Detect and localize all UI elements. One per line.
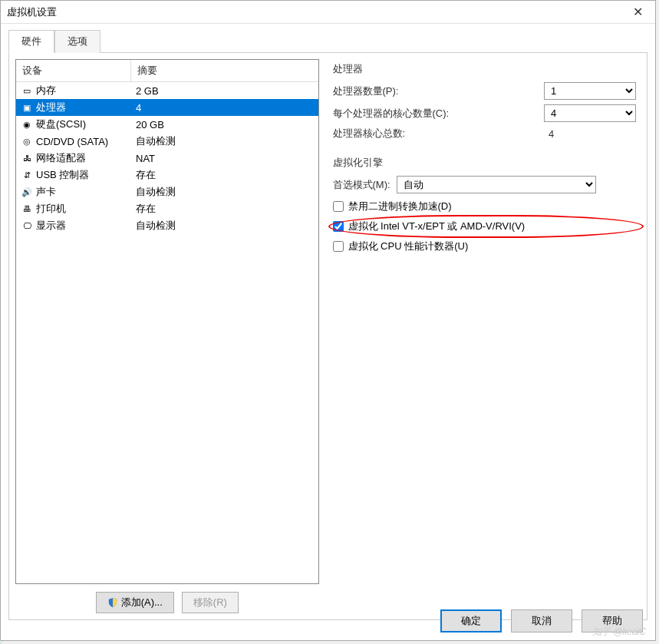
hardware-list[interactable]: 设备 摘要 ▭内存2 GB▣处理器4◉硬盘(SCSI)20 GB◎CD/DVD …	[15, 59, 319, 584]
settings-window: 虚拟机设置 ✕ 硬件 选项 设备 摘要 ▭内存2 GB▣处理器4◉硬盘(SCSI…	[0, 0, 656, 641]
hardware-row-summary: 自动检测	[131, 185, 318, 199]
proc-count-select[interactable]: 1	[544, 82, 636, 100]
virt-mode-label: 首选模式(M):	[333, 178, 390, 192]
tab-hardware[interactable]: 硬件	[8, 30, 54, 53]
hardware-row-name: 网络适配器	[36, 151, 86, 165]
net-icon: 🖧	[21, 152, 33, 164]
proc-total-label: 处理器核心总数:	[333, 127, 545, 140]
shield-icon	[107, 597, 118, 608]
proc-count-label: 处理器数量(P):	[333, 84, 545, 98]
close-icon[interactable]: ✕	[627, 3, 649, 21]
hardware-row-summary: NAT	[131, 153, 318, 164]
tab-panel: 设备 摘要 ▭内存2 GB▣处理器4◉硬盘(SCSI)20 GB◎CD/DVD …	[8, 52, 647, 620]
hardware-row-name: 声卡	[36, 185, 56, 199]
usb-icon: ⇵	[21, 169, 33, 181]
detail-column: 处理器 处理器数量(P): 1 每个处理器的核心数量(C): 4 处理器核心总数…	[328, 59, 641, 613]
remove-button-label: 移除(R)	[193, 596, 227, 609]
hardware-row-name: 硬盘(SCSI)	[36, 117, 86, 131]
virt-mode-select[interactable]: 自动	[397, 176, 596, 193]
memory-icon: ▭	[21, 84, 33, 97]
hardware-row-summary: 存在	[131, 168, 318, 182]
header-summary: 摘要	[131, 60, 318, 81]
header-device: 设备	[16, 60, 131, 81]
display-icon: 🖵	[21, 220, 33, 232]
hardware-list-header: 设备 摘要	[16, 60, 318, 82]
hardware-row[interactable]: ◉硬盘(SCSI)20 GB	[16, 116, 318, 133]
printer-icon: 🖶	[21, 203, 33, 215]
disable-binary-row[interactable]: 禁用二进制转换加速(D)	[333, 200, 637, 213]
disk-icon: ◉	[21, 118, 33, 130]
hardware-row[interactable]: 🖶打印机存在	[16, 200, 318, 217]
remove-button: 移除(R)	[182, 592, 239, 613]
hardware-row-summary: 存在	[131, 202, 318, 216]
disable-binary-checkbox[interactable]	[333, 201, 344, 212]
hardware-row-name: 内存	[36, 84, 56, 97]
hardware-row-name: 显示器	[36, 219, 66, 233]
hardware-row[interactable]: ▭内存2 GB	[16, 82, 318, 99]
cpu-icon: ▣	[21, 101, 33, 114]
hardware-row[interactable]: ⇵USB 控制器存在	[16, 167, 318, 183]
hardware-row[interactable]: ◎CD/DVD (SATA)自动检测	[16, 133, 318, 150]
hardware-row-name: 打印机	[36, 202, 66, 216]
hardware-row[interactable]: 🔊声卡自动检测	[16, 183, 318, 200]
cancel-button[interactable]: 取消	[511, 609, 572, 632]
help-button[interactable]: 帮助	[582, 609, 643, 632]
hardware-row-name: CD/DVD (SATA)	[36, 136, 108, 147]
perf-row[interactable]: 虚拟化 CPU 性能计数器(U)	[333, 239, 637, 253]
virt-group-title: 虚拟化引擎	[333, 156, 637, 170]
tab-bar: 硬件 选项	[8, 30, 647, 53]
vt-checkbox[interactable]	[333, 221, 344, 232]
proc-cores-select[interactable]: 4	[544, 104, 636, 122]
hardware-actions: 添加(A)... 移除(R)	[15, 592, 319, 613]
hardware-row-name: USB 控制器	[36, 168, 89, 182]
tab-options[interactable]: 选项	[54, 30, 100, 53]
proc-total-value: 4	[544, 128, 636, 140]
hardware-row-summary: 20 GB	[131, 119, 318, 130]
processor-group: 处理器 处理器数量(P): 1 每个处理器的核心数量(C): 4 处理器核心总数…	[333, 62, 637, 145]
add-button-label: 添加(A)...	[121, 596, 163, 609]
add-button[interactable]: 添加(A)...	[96, 592, 174, 613]
perf-checkbox[interactable]	[333, 241, 344, 252]
perf-label: 虚拟化 CPU 性能计数器(U)	[348, 239, 469, 253]
dialog-footer: 确定 取消 帮助	[440, 609, 643, 632]
hardware-row[interactable]: 🖵显示器自动检测	[16, 217, 318, 234]
hardware-row[interactable]: 🖧网络适配器NAT	[16, 150, 318, 167]
titlebar: 虚拟机设置 ✕	[1, 1, 655, 24]
vt-label: 虚拟化 Intel VT-x/EPT 或 AMD-V/RVI(V)	[348, 220, 526, 233]
processor-group-title: 处理器	[333, 62, 637, 76]
disable-binary-label: 禁用二进制转换加速(D)	[348, 200, 452, 213]
hardware-row-summary: 自动检测	[131, 134, 318, 148]
hardware-row-summary: 4	[131, 102, 318, 114]
virt-group: 虚拟化引擎 首选模式(M): 自动 禁用二进制转换加速(D) 虚拟化 Intel…	[333, 156, 637, 259]
window-title: 虚拟机设置	[7, 5, 627, 19]
hardware-row-summary: 自动检测	[131, 219, 318, 233]
hardware-row-name: 处理器	[36, 101, 66, 114]
ok-button[interactable]: 确定	[440, 609, 502, 632]
hardware-column: 设备 摘要 ▭内存2 GB▣处理器4◉硬盘(SCSI)20 GB◎CD/DVD …	[15, 59, 319, 613]
hardware-row[interactable]: ▣处理器4	[16, 99, 318, 116]
vt-row[interactable]: 虚拟化 Intel VT-x/EPT 或 AMD-V/RVI(V)	[333, 220, 637, 233]
cd-icon: ◎	[21, 135, 33, 147]
hardware-row-summary: 2 GB	[131, 85, 318, 97]
sound-icon: 🔊	[21, 186, 33, 198]
proc-cores-label: 每个处理器的核心数量(C):	[333, 107, 545, 121]
